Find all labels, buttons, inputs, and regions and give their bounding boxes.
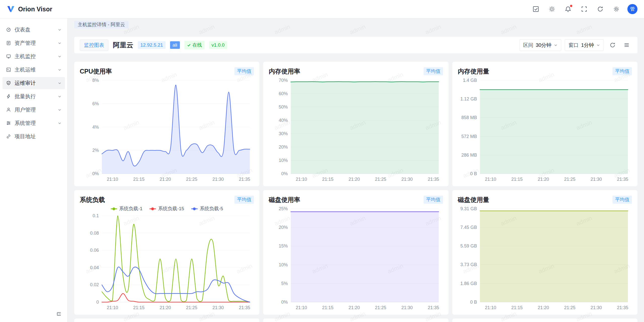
svg-text:2%: 2% (92, 148, 99, 153)
svg-text:21:15: 21:15 (511, 177, 522, 182)
svg-text:21:25: 21:25 (186, 305, 197, 310)
cpu-usage-chart[interactable]: 0%2%4%6%8%21:1021:1521:2021:2521:3021:35 (80, 77, 254, 182)
window-select[interactable]: 窗口 1分钟 (565, 39, 604, 51)
svg-text:8%: 8% (92, 78, 99, 83)
breadcrumb[interactable]: 主机监控详情 - 阿里云 (74, 21, 129, 28)
svg-text:0.1: 0.1 (93, 213, 99, 218)
host-version-tag: v1.0.0 (209, 41, 227, 49)
chevron-down-icon (58, 121, 61, 125)
chart-title: CPU使用率 (80, 67, 112, 76)
svg-text:30%: 30% (279, 131, 288, 136)
chart-title: 内存使用量 (458, 67, 489, 76)
chart-list-icon[interactable] (621, 40, 632, 50)
sidebar-item-ops-audit[interactable]: 运维审计 (3, 77, 65, 89)
sidebar-item-host-monitor[interactable]: 主机监控 (3, 50, 65, 62)
window-select-label: 窗口 (569, 42, 579, 49)
chart-title: 内存使用率 (269, 67, 300, 76)
chart-card-memory-amount: 内存使用量平均值 0 B286 MB572 MB858 MB1.12 GB1.4… (452, 62, 637, 186)
svg-text:0.04: 0.04 (90, 265, 99, 270)
host-ip-tag: 12.92.5.21 (138, 41, 166, 49)
check-icon (187, 43, 191, 47)
disk-rate-chart[interactable]: 0%5%10%15%20%25%21:1021:1521:2021:2521:3… (269, 205, 443, 311)
svg-text:21:35: 21:35 (239, 305, 250, 310)
host-ops-icon (6, 67, 11, 72)
chart-title: 磁盘使用量 (458, 196, 489, 204)
sidebar-item-label: 用户管理 (15, 106, 54, 113)
next-row-peek (74, 318, 637, 322)
svg-text:21:30: 21:30 (590, 305, 602, 310)
svg-text:20%: 20% (279, 145, 288, 150)
chevron-down-icon (596, 43, 600, 47)
disk-amount-chart[interactable]: 0 B1.86 GB3.73 GB5.59 GB7.45 GB9.31 GB21… (458, 205, 632, 311)
sidebar-item-project-link[interactable]: 项目地址 (3, 130, 65, 142)
chevron-down-icon (58, 81, 61, 85)
svg-text:0%: 0% (92, 171, 99, 176)
svg-text:60%: 60% (279, 91, 288, 96)
chart-card-peek (74, 318, 259, 322)
host-header-card: 监控图表 阿里云 12.92.5.21 ali 在线 v1.0.0 区间 30分… (74, 37, 637, 53)
todo-icon[interactable] (531, 4, 541, 14)
svg-text:3.73 GB: 3.73 GB (460, 262, 477, 267)
sidebar-item-label: 项目地址 (15, 133, 61, 140)
legend-item[interactable]: 系统负载-5 (191, 205, 223, 212)
svg-text:286 MB: 286 MB (461, 153, 477, 158)
sidebar-item-label: 运维审计 (15, 80, 54, 87)
svg-text:21:25: 21:25 (375, 305, 386, 310)
svg-text:20%: 20% (279, 225, 288, 230)
svg-text:21:35: 21:35 (428, 305, 439, 310)
svg-text:21:35: 21:35 (617, 305, 628, 310)
dashboard-icon (6, 27, 11, 32)
svg-text:21:10: 21:10 (296, 305, 307, 310)
system-icon (6, 121, 11, 126)
svg-text:21:30: 21:30 (590, 177, 602, 182)
avg-badge: 平均值 (613, 196, 632, 204)
svg-text:21:15: 21:15 (133, 177, 144, 182)
svg-text:21:25: 21:25 (564, 305, 575, 310)
svg-text:21:15: 21:15 (511, 305, 522, 310)
settings-icon[interactable] (611, 4, 621, 14)
avg-badge: 平均值 (613, 67, 632, 75)
sidebar-item-label: 系统管理 (15, 120, 54, 127)
legend-item[interactable]: 系统负载-15 (149, 205, 184, 212)
sidebar-item-assets[interactable]: 资产管理 (3, 37, 65, 49)
link-icon (6, 134, 11, 139)
svg-text:21:30: 21:30 (401, 177, 413, 182)
chart-grid: CPU使用率平均值 0%2%4%6%8%21:1021:1521:2021:25… (74, 62, 637, 315)
memory-rate-chart[interactable]: 0%10%20%30%40%50%60%70%21:1021:1521:2021… (269, 77, 443, 182)
svg-text:572 MB: 572 MB (461, 134, 477, 139)
avg-badge: 平均值 (234, 67, 254, 75)
svg-text:21:15: 21:15 (322, 177, 334, 182)
chart-card-memory-rate: 内存使用率平均值 0%10%20%30%40%50%60%70%21:1021:… (263, 62, 448, 186)
svg-text:21:25: 21:25 (564, 177, 575, 182)
svg-text:21:30: 21:30 (212, 305, 224, 310)
refresh-charts-icon[interactable] (607, 40, 618, 50)
svg-text:70%: 70% (279, 78, 288, 83)
sidebar-item-system-mgmt[interactable]: 系统管理 (3, 117, 65, 129)
interval-select-label: 区间 (523, 42, 533, 49)
refresh-icon[interactable] (595, 4, 605, 14)
interval-select[interactable]: 区间 30分钟 (519, 39, 561, 51)
memory-amount-chart[interactable]: 0 B286 MB572 MB858 MB1.12 GB1.4 GB21:102… (458, 77, 632, 182)
monitor-chart-button[interactable]: 监控图表 (80, 40, 108, 51)
sidebar-item-user-mgmt[interactable]: 用户管理 (3, 104, 65, 116)
svg-text:21:35: 21:35 (428, 177, 439, 182)
notification-icon[interactable] (563, 4, 573, 14)
chart-title: 系统负载 (80, 196, 105, 204)
host-status-tag: 在线 (184, 41, 205, 49)
layout: 仪表盘 资产管理 主机监控 主机运维 运维审计 (0, 18, 644, 322)
svg-text:6%: 6% (92, 101, 99, 106)
avg-badge: 平均值 (424, 196, 443, 204)
collapse-sidebar-icon[interactable] (54, 309, 63, 318)
avatar[interactable]: 管 (627, 4, 637, 14)
page: Orion Visor 管 (0, 0, 644, 322)
sidebar-item-host-ops[interactable]: 主机运维 (3, 64, 65, 76)
svg-text:21:10: 21:10 (485, 177, 496, 182)
sidebar-item-dashboard[interactable]: 仪表盘 (3, 24, 65, 36)
legend-item[interactable]: 系统负载-1 (111, 205, 143, 212)
theme-icon[interactable] (547, 4, 557, 14)
fullscreen-icon[interactable] (579, 4, 589, 14)
sidebar-item-batch-exec[interactable]: 批量执行 (3, 90, 65, 102)
host-alias-tag: ali (170, 41, 180, 49)
chart-title: 磁盘使用率 (269, 196, 300, 204)
system-load-chart[interactable]: 00.020.040.060.080.121:1021:1521:2021:25… (80, 212, 254, 311)
